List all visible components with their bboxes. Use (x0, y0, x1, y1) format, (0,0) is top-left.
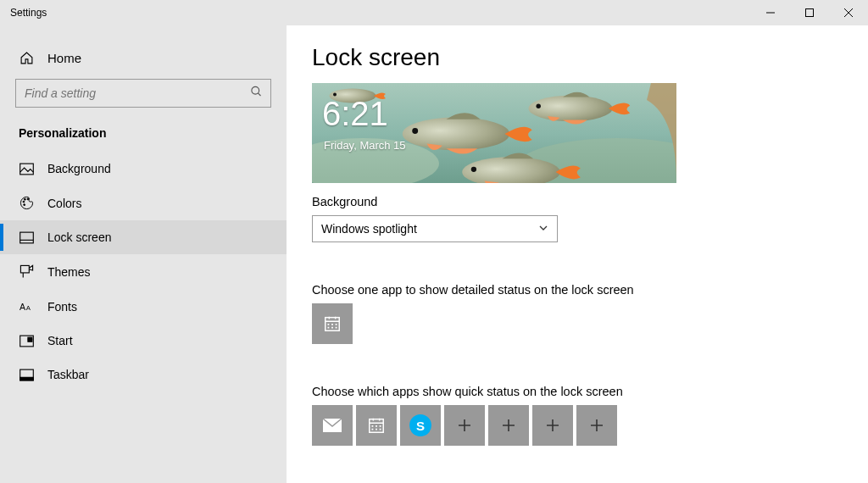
chevron-down-icon (538, 222, 548, 236)
home-label: Home (47, 51, 81, 65)
svg-rect-8 (20, 265, 29, 273)
calendar-icon (323, 314, 342, 333)
sidebar-item-background[interactable]: Background (0, 152, 287, 186)
category-heading: Personalization (0, 126, 287, 152)
sidebar-item-taskbar[interactable]: Taskbar (0, 358, 287, 391)
sidebar-item-themes[interactable]: Themes (0, 254, 287, 289)
svg-point-26 (537, 104, 541, 108)
dropdown-value: Windows spotlight (321, 222, 417, 236)
palette-icon (19, 196, 34, 210)
maximize-icon (805, 8, 814, 17)
brush-icon (19, 264, 34, 279)
svg-point-25 (529, 96, 613, 122)
mail-icon (322, 418, 342, 433)
lockscreen-preview: 6:21 Friday, March 15 (312, 83, 676, 183)
plus-icon (457, 418, 472, 433)
quick-status-add-4[interactable] (576, 405, 617, 446)
page-title: Lock screen (312, 44, 843, 71)
sidebar: Home Personalization Background Colors (0, 25, 287, 483)
home-icon (19, 51, 34, 65)
sidebar-item-label: Colors (47, 197, 81, 210)
detailed-status-label: Choose one app to show detailed status o… (312, 283, 843, 297)
svg-point-24 (471, 167, 476, 172)
search-input[interactable] (15, 79, 271, 108)
window-title: Settings (10, 7, 47, 19)
font-icon: AA (19, 299, 34, 314)
quick-status-label: Choose which apps show quick status on t… (312, 385, 843, 398)
search-icon (250, 86, 263, 102)
home-button[interactable]: Home (0, 42, 287, 79)
plus-icon (545, 418, 560, 433)
svg-point-22 (412, 128, 418, 134)
svg-rect-13 (30, 337, 31, 339)
quick-status-add-2[interactable] (488, 405, 529, 446)
lockscreen-icon (19, 231, 34, 244)
sidebar-item-label: Taskbar (47, 368, 89, 381)
svg-point-1 (252, 86, 259, 94)
sidebar-item-label: Background (47, 162, 111, 175)
taskbar-icon (19, 369, 34, 381)
minimize-icon (766, 8, 775, 17)
sidebar-item-colors[interactable]: Colors (0, 186, 287, 220)
sidebar-item-lock-screen[interactable]: Lock screen (0, 220, 287, 254)
skype-icon: S (409, 414, 431, 436)
sidebar-item-label: Start (47, 334, 73, 347)
svg-rect-0 (806, 9, 814, 17)
svg-text:A: A (25, 304, 31, 312)
svg-rect-12 (27, 337, 29, 339)
svg-rect-17 (19, 377, 33, 380)
svg-rect-14 (27, 340, 29, 341)
close-button[interactable] (829, 0, 868, 25)
svg-rect-2 (19, 164, 33, 175)
maximize-button[interactable] (790, 0, 829, 25)
sidebar-item-label: Lock screen (47, 230, 111, 244)
sidebar-item-fonts[interactable]: AA Fonts (0, 289, 287, 324)
start-icon (19, 335, 34, 347)
detailed-status-app-button[interactable] (312, 303, 353, 344)
quick-status-app-skype[interactable]: S (400, 405, 441, 446)
svg-rect-15 (30, 340, 31, 341)
svg-text:A: A (19, 302, 26, 312)
main-content: Lock screen (287, 25, 868, 483)
svg-point-3 (23, 201, 25, 203)
preview-time: 6:21 (322, 95, 388, 133)
svg-point-4 (24, 198, 25, 200)
plus-icon (589, 418, 604, 433)
titlebar: Settings (0, 0, 868, 25)
quick-status-app-mail[interactable] (312, 405, 353, 446)
plus-icon (501, 418, 516, 433)
svg-point-5 (26, 198, 28, 200)
sidebar-item-label: Fonts (47, 300, 77, 314)
image-icon (19, 163, 34, 175)
calendar-icon (367, 416, 386, 435)
preview-date: Friday, March 15 (324, 139, 406, 152)
quick-status-app-calendar[interactable] (356, 405, 397, 446)
close-icon (844, 8, 853, 17)
svg-point-6 (23, 204, 25, 206)
sidebar-item-start[interactable]: Start (0, 324, 287, 358)
sidebar-item-label: Themes (47, 265, 91, 279)
quick-status-add-3[interactable] (532, 405, 573, 446)
svg-rect-7 (19, 232, 33, 243)
minimize-button[interactable] (751, 0, 790, 25)
svg-point-21 (403, 117, 510, 150)
quick-status-add-1[interactable] (444, 405, 485, 446)
background-dropdown[interactable]: Windows spotlight (312, 215, 558, 242)
background-label: Background (312, 195, 843, 208)
